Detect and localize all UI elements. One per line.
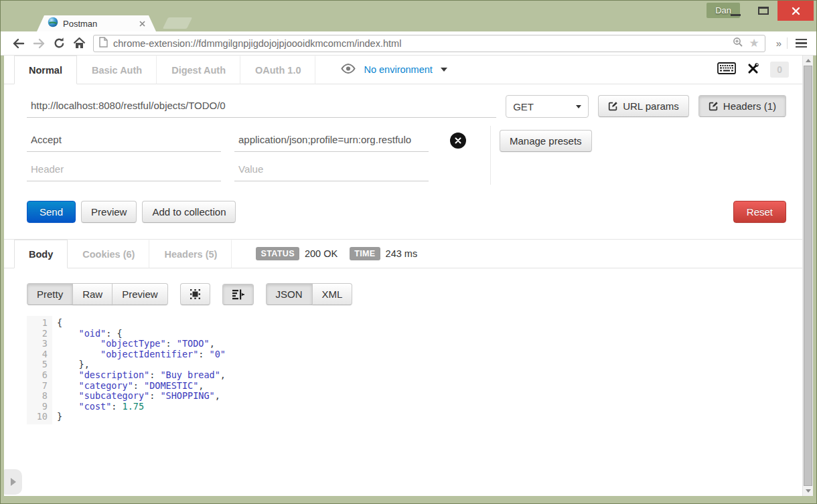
request-url-input[interactable] — [27, 95, 496, 118]
code-gutter: 12345678910 — [27, 316, 52, 424]
postman-favicon-icon — [48, 17, 58, 30]
headers-button[interactable]: Headers (1) — [698, 95, 786, 117]
line-number: 7 — [32, 381, 48, 392]
tab-close-icon[interactable] — [139, 21, 145, 27]
preview-mode-button[interactable]: Preview — [112, 283, 167, 305]
line-number: 1 — [32, 318, 48, 329]
scroll-down-icon[interactable] — [803, 486, 814, 496]
scroll-up-icon[interactable] — [803, 56, 814, 66]
method-select-value: GET — [513, 101, 534, 112]
home-icon[interactable] — [69, 37, 89, 49]
collapse-indent-button[interactable] — [222, 284, 254, 305]
code-content[interactable]: { "oid": { "objectType": "TODO", "object… — [52, 316, 226, 424]
environment-selector[interactable]: No environment — [364, 64, 432, 75]
pretty-button[interactable]: Pretty — [27, 283, 73, 305]
line-number: 5 — [32, 359, 48, 370]
edit-icon — [608, 101, 618, 111]
tab-basic-auth[interactable]: Basic Auth — [77, 56, 157, 84]
preview-button[interactable]: Preview — [81, 201, 137, 223]
reset-button[interactable]: Reset — [733, 201, 786, 223]
raw-button[interactable]: Raw — [72, 283, 113, 305]
address-bar[interactable]: chrome-extension://fdmmgilgnpjigdojojpjo… — [93, 35, 765, 52]
minimize-icon — [731, 14, 741, 16]
tab-digest-auth[interactable]: Digest Auth — [157, 56, 240, 84]
window-controls — [721, 1, 814, 21]
reload-icon[interactable] — [49, 37, 69, 50]
tab-title: Postman — [63, 19, 135, 29]
url-params-button[interactable]: URL params — [598, 95, 689, 117]
browser-tab[interactable]: Postman — [37, 15, 156, 31]
actions-row: Send Preview Add to collection Reset — [4, 185, 802, 223]
code-line: "cost": 1.75 — [57, 402, 226, 412]
code-line: "subcategory": "SHOPPING", — [57, 391, 226, 402]
tab-body[interactable]: Body — [14, 240, 68, 268]
add-to-collection-button[interactable]: Add to collection — [142, 201, 236, 223]
sidebar-toggle-button[interactable] — [4, 469, 22, 495]
language-group: JSON XML — [266, 283, 353, 305]
maximize-icon — [758, 7, 769, 15]
bookmark-star-icon[interactable]: ★ — [749, 37, 759, 49]
header-name-input[interactable] — [27, 129, 221, 152]
scrollbar-thumb[interactable] — [804, 66, 812, 486]
status-badge: STATUS — [256, 247, 299, 260]
request-url-row: GET URL params Headers (1) — [4, 84, 802, 118]
fullscreen-select-button[interactable] — [180, 283, 210, 305]
code-line: { — [57, 318, 226, 329]
extensions-overflow-button[interactable]: » — [771, 37, 788, 49]
select-caret-icon — [576, 105, 581, 108]
delete-header-icon[interactable] — [450, 133, 466, 149]
browser-toolbar: chrome-extension://fdmmgilgnpjigdojojpjo… — [1, 31, 816, 56]
manage-presets-button[interactable]: Manage presets — [500, 130, 592, 152]
menu-icon[interactable] — [792, 39, 811, 48]
new-header-name-input[interactable] — [27, 159, 221, 181]
postman-app: Normal Basic Auth Digest Auth OAuth 1.0 … — [4, 56, 813, 496]
line-number: 3 — [32, 339, 48, 349]
code-line: "oid": { — [57, 329, 226, 339]
titlebar: Postman Dan — [1, 1, 816, 31]
tab-cookies[interactable]: Cookies (6) — [68, 240, 149, 268]
tab-normal[interactable]: Normal — [14, 56, 77, 84]
new-tab-button[interactable] — [163, 17, 192, 29]
chevron-down-icon — [441, 68, 447, 72]
tab-response-headers[interactable]: Headers (5) — [149, 240, 232, 268]
eye-icon[interactable] — [340, 63, 357, 77]
time-badge: TIME — [350, 247, 380, 260]
new-header-value-input[interactable] — [234, 159, 429, 181]
line-number: 4 — [32, 349, 48, 360]
collection-count-badge[interactable]: 0 — [770, 62, 789, 78]
browser-window: Postman Dan — [0, 0, 817, 504]
maximize-button[interactable] — [749, 1, 777, 21]
url-text[interactable]: chrome-extension://fdmmgilgnpjigdojojpjo… — [113, 38, 727, 49]
minimize-button[interactable] — [721, 1, 749, 21]
headers-editor: Manage presets — [4, 118, 802, 185]
response-body-viewer: 12345678910 { "oid": { "objectType": "TO… — [27, 316, 802, 424]
xml-button[interactable]: XML — [312, 283, 353, 305]
forward-icon[interactable] — [29, 38, 49, 49]
indent-icon — [232, 289, 244, 300]
close-icon — [792, 7, 800, 15]
line-number: 2 — [32, 329, 48, 339]
close-button[interactable] — [777, 1, 814, 21]
view-mode-group: Pretty Raw Preview — [27, 283, 168, 305]
header-value-input[interactable] — [234, 129, 429, 152]
response-tabs-bar: Body Cookies (6) Headers (5) STATUS 200 … — [4, 240, 802, 268]
formatter-toolbar: Pretty Raw Preview JSON — [4, 268, 802, 305]
presets-panel: Manage presets — [490, 126, 592, 185]
code-line: } — [57, 412, 226, 422]
zoom-icon[interactable] — [733, 37, 743, 50]
line-number: 9 — [32, 402, 48, 412]
send-button[interactable]: Send — [27, 201, 76, 223]
code-line: }, — [57, 359, 226, 370]
back-icon[interactable] — [9, 38, 29, 49]
time-value: 243 ms — [386, 248, 418, 259]
json-button[interactable]: JSON — [266, 283, 313, 305]
tools-wrench-icon[interactable] — [747, 62, 759, 78]
header-row — [27, 126, 466, 155]
line-number: 6 — [32, 370, 48, 381]
tab-oauth[interactable]: OAuth 1.0 — [240, 56, 315, 84]
scrollbar[interactable] — [802, 56, 813, 496]
line-number: 8 — [32, 391, 48, 402]
edit-icon — [709, 101, 719, 111]
keyboard-shortcuts-icon[interactable] — [717, 62, 736, 77]
method-select[interactable]: GET — [506, 95, 589, 118]
